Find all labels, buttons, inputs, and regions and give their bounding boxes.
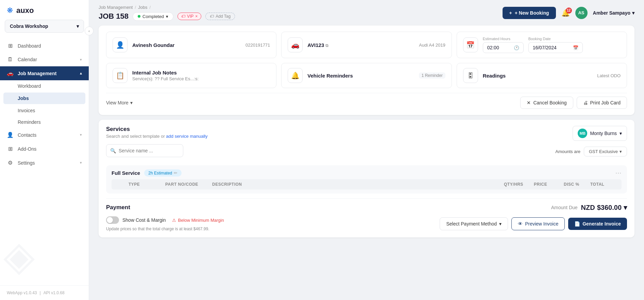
booking-date-label: Booking Date	[528, 37, 583, 41]
workspace-selector[interactable]: Cobra Workshop ▾	[5, 20, 84, 33]
select-payment-method-button[interactable]: Select Payment Method ▾	[440, 217, 508, 230]
cancel-booking-button[interactable]: ✕ Cancel Booking	[520, 97, 573, 109]
status-dot	[138, 15, 140, 18]
view-more-button[interactable]: View More ▾	[106, 100, 133, 105]
edit-time-icon[interactable]: ✏	[174, 170, 177, 176]
header-actions: + + New Booking 🔔 12 AS Amber Sampayo ▾	[503, 7, 634, 19]
sidebar-sub-item-workboard[interactable]: Workboard	[0, 80, 89, 92]
settings-icon: ⚙	[7, 160, 14, 166]
assignee-name: Monty Burns	[590, 131, 617, 136]
sidebar-sub-item-reminders[interactable]: Reminders	[0, 116, 89, 128]
sidebar-item-label: Contacts	[18, 132, 76, 138]
warning-icon: ⚠	[172, 218, 176, 223]
sidebar-item-label: Calendar	[18, 57, 76, 62]
readings-cell[interactable]: 🎛 Readings Latest ODO	[457, 63, 627, 88]
toggle-knob	[107, 217, 113, 223]
time-estimate-badge: 2h Estimated ✏	[144, 169, 182, 177]
eye-icon: 👁	[518, 221, 523, 227]
add-service-manually-link[interactable]: add service manually	[166, 134, 207, 139]
remove-vip-tag-icon[interactable]: ×	[195, 14, 198, 19]
preview-invoice-button[interactable]: 👁 Preview Invoice	[511, 217, 565, 230]
margin-warning: ⚠ Below Minimum Margin	[172, 218, 224, 223]
breadcrumb-jobs[interactable]: Jobs	[138, 5, 147, 10]
sidebar-sub-item-jobs[interactable]: Jobs	[3, 93, 85, 104]
new-booking-button[interactable]: + + New Booking	[503, 7, 556, 19]
sidebar-item-job-management[interactable]: 🚗 Job Management ▴	[0, 66, 89, 80]
vehicle-plate: AVI123 ⧉	[307, 42, 414, 48]
estimated-hours-label: Estimated Hours	[483, 37, 524, 41]
sidebar-item-addons[interactable]: ⊞ Add-Ons	[0, 142, 89, 156]
logo-icon: ❋	[7, 6, 13, 15]
vehicle-reminders-cell[interactable]: 🔔 Vehicle Reminders 1 Reminder	[281, 63, 452, 88]
user-name[interactable]: Amber Sampayo ▾	[593, 10, 634, 16]
amount-chevron: ▾	[624, 203, 627, 212]
show-cost-toggle[interactable]	[106, 216, 119, 224]
vip-tag[interactable]: 🏷 VIP ×	[177, 13, 201, 20]
x-icon: ✕	[527, 100, 531, 105]
assignee-avatar: MB	[578, 129, 587, 138]
customer-cell[interactable]: 👤 Avinesh Goundar 0220191771	[106, 32, 276, 58]
payment-row: Show Cost & Margin ⚠ Below Minimum Margi…	[106, 216, 627, 231]
status-badge[interactable]: Completed ▾	[133, 12, 173, 21]
currency-label: NZD	[581, 204, 595, 212]
payment-actions: Select Payment Method ▾ 👁 Preview Invoic…	[440, 217, 627, 230]
printer-icon: 🖨	[583, 100, 588, 105]
sidebar-item-label: Job Management	[18, 71, 76, 76]
services-subtitle: Search and select template or add servic…	[106, 134, 207, 139]
assignee-selector[interactable]: MB Monty Burns ▾	[573, 126, 627, 141]
generate-invoice-button[interactable]: 📄 Generate Invoice	[568, 218, 627, 230]
status-chevron: ▾	[166, 14, 168, 19]
sidebar-item-dashboard[interactable]: ⊞ Dashboard	[0, 39, 89, 53]
plus-icon: +	[509, 10, 512, 16]
sidebar-sub-item-invoices[interactable]: Invoices	[0, 105, 89, 116]
copy-plate-icon[interactable]: ⧉	[325, 43, 328, 48]
payment-header: Payment Amount Due NZD $360.00 ▾	[106, 203, 627, 212]
chevron-down-icon: ▾	[80, 133, 82, 137]
job-management-icon: 🚗	[7, 70, 14, 77]
customer-name: Avinesh Goundar	[132, 42, 241, 48]
payment-chevron-icon: ▾	[499, 221, 502, 227]
vehicle-model: Audi A4 2019	[419, 43, 445, 48]
col-total: Total	[590, 182, 617, 187]
sidebar: ❋ auxo Cobra Workshop ▾ ‹ ⊞ Dashboard 🗓 …	[0, 0, 89, 300]
amount-due-label: Amount Due	[551, 205, 578, 210]
dashboard-icon: ⊞	[7, 43, 14, 49]
readings-label: Readings	[483, 73, 593, 79]
chevron-down-icon: ▾	[80, 57, 82, 62]
sidebar-item-label: Add-Ons	[18, 146, 82, 152]
internal-notes-cell[interactable]: 📋 Internal Job Notes Service(s): ?? Full…	[106, 63, 276, 88]
internal-notes-label: Internal Job Notes	[132, 70, 270, 76]
sidebar-collapse-button[interactable]: ‹	[85, 27, 94, 35]
speedometer-icon: 🎛	[463, 68, 478, 83]
service-group-more-button[interactable]: ···	[615, 169, 622, 177]
vehicle-icon: 🚗	[288, 37, 303, 52]
bell-icon: 🔔	[288, 68, 303, 83]
notifications-button[interactable]: 🔔 12	[561, 9, 570, 17]
user-chevron-icon: ▾	[632, 10, 634, 16]
booking-card-footer: View More ▾ ✕ Cancel Booking 🖨 Print Job…	[106, 93, 627, 109]
show-cost-label: Show Cost & Margin	[122, 217, 166, 223]
sidebar-item-settings[interactable]: ⚙ Settings ▾	[0, 156, 89, 170]
notification-count: 12	[566, 7, 572, 14]
vehicle-cell[interactable]: 🚗 AVI123 ⧉ Audi A4 2019	[281, 32, 452, 58]
booking-info-card: 👤 Avinesh Goundar 0220191771 🚗 AVI123 ⧉	[99, 26, 634, 115]
col-qtyhrs: Qty/Hrs	[504, 182, 531, 187]
content-area: 👤 Avinesh Goundar 0220191771 🚗 AVI123 ⧉	[89, 21, 644, 300]
booking-date-input[interactable]: 16/07/2024 📅	[528, 42, 583, 53]
gst-type-selector[interactable]: GST Exclusive ▾	[584, 147, 627, 156]
print-job-card-button[interactable]: 🖨 Print Job Card	[577, 97, 627, 109]
workspace-arrow: ▾	[77, 23, 79, 29]
breadcrumb-job-management[interactable]: Job Management	[99, 5, 133, 10]
document-icon: 📄	[574, 221, 580, 227]
search-service-input[interactable]	[106, 144, 183, 157]
margin-warning-label: Below Minimum Margin	[178, 218, 224, 223]
estimated-hours-input[interactable]: 02:00 🕐	[483, 42, 524, 53]
sidebar-item-calendar[interactable]: 🗓 Calendar ▾	[0, 53, 89, 66]
payment-title: Payment	[106, 204, 130, 211]
service-group-name: Full Service	[112, 170, 140, 176]
sidebar-item-label: Settings	[18, 160, 76, 166]
add-tag-button[interactable]: 🏷 Add Tag	[205, 13, 235, 20]
chevron-down-icon: ▾	[130, 100, 133, 105]
sidebar-item-contacts[interactable]: 👤 Contacts ▾	[0, 128, 89, 142]
assignee-chevron: ▾	[620, 131, 622, 136]
